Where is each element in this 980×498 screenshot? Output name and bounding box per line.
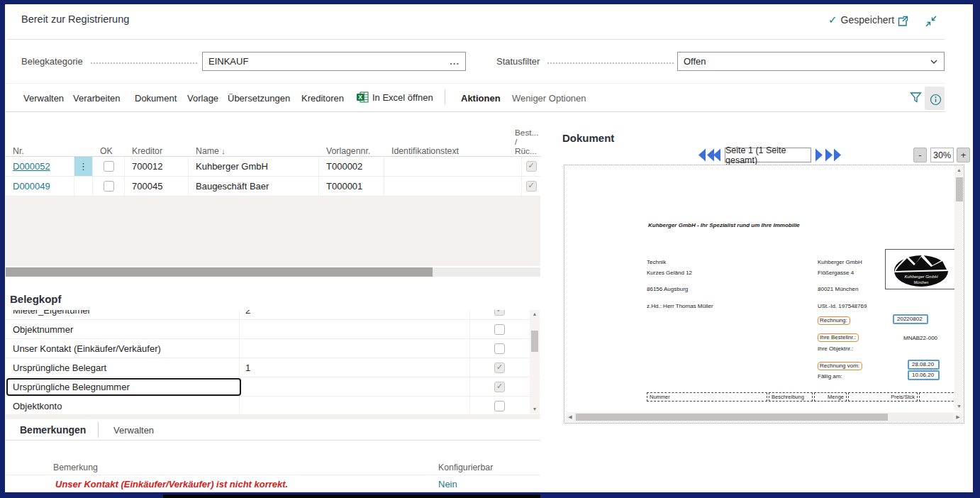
menu-dokument[interactable]: Dokument: [135, 93, 177, 104]
invoice-field-label: Ihre Objektnr.:: [818, 345, 853, 352]
menu-verarbeiten[interactable]: Verarbeiten: [73, 93, 121, 104]
statusfilter-select[interactable]: Offen: [677, 52, 945, 71]
preview-vscroll-thumb[interactable]: [956, 177, 963, 201]
scroll-left-arrow[interactable]: ◀: [566, 414, 574, 421]
menu-uebersetzungen[interactable]: Übersetzungen: [228, 93, 290, 104]
preview-hscroll-thumb[interactable]: [576, 414, 888, 421]
invoice-col-menge: Menge: [814, 392, 847, 402]
scroll-up-arrow[interactable]: ▲: [954, 165, 964, 175]
filter-icon[interactable]: [908, 90, 923, 104]
cell-kreditor: 700012: [125, 157, 189, 176]
menu-verwalten[interactable]: Verwalten: [23, 93, 64, 104]
field-name[interactable]: Ursprüngliche Belegnummer: [6, 377, 240, 396]
belegkategorie-label: Belegkategorie: [21, 56, 83, 67]
col-header-ok[interactable]: OK: [93, 146, 125, 156]
belegkopf-row[interactable]: Ursprüngliche Belegart 1: [6, 358, 540, 377]
bemerkungen-verwalten[interactable]: Verwalten: [113, 425, 154, 436]
zoom-level: 30%: [930, 148, 954, 162]
menu-kreditoren[interactable]: Kreditoren: [301, 93, 344, 104]
row-link-nr[interactable]: D000052: [13, 161, 50, 172]
col-header-nr[interactable]: Nr.: [6, 146, 74, 156]
scroll-right-arrow[interactable]: ▶: [953, 414, 963, 421]
preview-horizontal-scrollbar[interactable]: ◀ ▶: [566, 412, 963, 422]
window-bottom-shadow: [163, 494, 540, 498]
share-icon[interactable]: [896, 14, 910, 28]
list-header-row: Nr. OK Kreditor Name ↓ Vorlagennr. Ident…: [6, 126, 540, 156]
invoice-headline: Kuhberger GmbH - Ihr Spezialist rund um …: [648, 222, 800, 228]
col-header-kreditor[interactable]: Kreditor: [125, 146, 189, 156]
col-header-best-ruec[interactable]: Best.../Rüc...: [512, 128, 540, 156]
field-value[interactable]: [240, 320, 470, 338]
list-horizontal-scrollbar[interactable]: [6, 267, 540, 277]
row-link-nr[interactable]: D000049: [13, 181, 50, 192]
field-value[interactable]: [240, 339, 470, 358]
col-header-konfigurierbar[interactable]: Konfigurierbar: [438, 463, 493, 472]
field-name[interactable]: Mieter_Eigentümer: [6, 310, 240, 319]
belegkopf-vertical-scrollbar[interactable]: ▲ ▼: [530, 310, 540, 414]
field-checkbox[interactable]: [494, 324, 505, 335]
belegkopf-row-selected[interactable]: Ursprüngliche Belegnummer: [6, 377, 540, 397]
field-value[interactable]: 1: [240, 358, 470, 377]
field-checkbox[interactable]: [494, 401, 505, 411]
menu-weniger-optionen[interactable]: Weniger Optionen: [512, 93, 586, 104]
field-checkbox[interactable]: [494, 363, 505, 373]
excel-icon: X: [357, 92, 369, 103]
ok-checkbox[interactable]: [104, 161, 114, 172]
list-scrollbar-thumb[interactable]: [6, 267, 433, 277]
field-checkbox[interactable]: [494, 310, 505, 316]
col-header-bemerkung[interactable]: Bemerkung: [53, 463, 98, 472]
scroll-up-arrow[interactable]: ▲: [530, 310, 540, 319]
page-indicator: Seite 1 (1 Seite gesamt): [725, 148, 811, 162]
document-preview[interactable]: Kuhberger GmbH - Ihr Spezialist rund um …: [564, 165, 964, 424]
table-row[interactable]: D000049 700045 Baugeschäft Baer T000001: [6, 177, 540, 197]
saved-status: ✓ Gespeichert: [828, 13, 894, 26]
menu-vorlage[interactable]: Vorlage: [187, 93, 218, 104]
saved-status-label: Gespeichert: [841, 14, 894, 26]
next-page-icon[interactable]: [815, 148, 823, 162]
bemerkung-konfigurierbar-value[interactable]: Nein: [438, 479, 457, 489]
col-header-vorlagennr[interactable]: Vorlagennr.: [319, 146, 384, 156]
invoice-field-value: 20220802: [893, 316, 928, 322]
belegkopf-row[interactable]: Objektkonto: [6, 397, 540, 414]
field-value[interactable]: 2: [240, 310, 470, 319]
field-name[interactable]: Ursprüngliche Belegart: [6, 358, 240, 377]
lookup-dots-icon[interactable]: ...: [450, 56, 460, 67]
belegkategorie-field[interactable]: EINKAUF ...: [202, 52, 466, 71]
ok-checkbox[interactable]: [104, 181, 114, 192]
invoice-recipient-line: Technik: [647, 259, 666, 265]
last-page-icon[interactable]: [825, 148, 842, 162]
field-value[interactable]: [240, 397, 470, 414]
field-checkbox[interactable]: [494, 343, 505, 354]
belegkopf-row[interactable]: Mieter_Eigentümer 2: [6, 310, 540, 320]
saved-check-icon: ✓: [828, 13, 837, 26]
field-name[interactable]: Objektnummer: [6, 320, 240, 338]
scroll-down-arrow[interactable]: ▼: [530, 405, 540, 414]
col-header-name[interactable]: Name ↓: [189, 146, 319, 156]
belegkopf-table: Mieter_Eigentümer 2 Objektnummer Unser K…: [6, 310, 540, 414]
zoom-out-button[interactable]: -: [913, 148, 927, 162]
bemerkungen-top-strip: [6, 414, 540, 419]
table-row[interactable]: D000052 ⋮ 700012 Kuhberger GmbH T000002: [6, 157, 540, 177]
invoice-field-label: Fällig am:: [818, 373, 842, 380]
field-name[interactable]: Objektkonto: [6, 397, 240, 414]
bemerkungen-bottom-divider: [6, 492, 540, 492]
belegkopf-row[interactable]: Objektnummer: [6, 320, 540, 339]
belegkopf-scrollbar-thumb[interactable]: [531, 331, 538, 352]
belegkategorie-value[interactable]: EINKAUF: [208, 56, 450, 67]
row-menu-icon[interactable]: ⋮: [79, 165, 88, 168]
svg-text:X: X: [358, 94, 362, 101]
collapse-icon[interactable]: [924, 14, 938, 28]
info-icon[interactable]: [928, 92, 942, 106]
field-name[interactable]: Unser Kontakt (Einkäufer/Verkäufer): [6, 339, 240, 358]
belegkopf-row[interactable]: Unser Kontakt (Einkäufer/Verkäufer): [6, 339, 540, 358]
menu-excel-open[interactable]: X In Excel öffnen: [357, 92, 433, 103]
menubar-bottom-divider: [6, 111, 945, 112]
preview-vertical-scrollbar[interactable]: ▲ ▼: [954, 165, 964, 411]
col-header-identifikationstext[interactable]: Identifikationstext: [384, 146, 512, 156]
menu-aktionen[interactable]: Aktionen: [461, 93, 501, 104]
zoom-in-button[interactable]: +: [957, 148, 970, 162]
prev-page-icon[interactable]: [713, 148, 721, 162]
field-value[interactable]: [240, 377, 470, 396]
field-checkbox[interactable]: [494, 382, 505, 392]
scroll-down-arrow[interactable]: ▼: [954, 402, 964, 411]
